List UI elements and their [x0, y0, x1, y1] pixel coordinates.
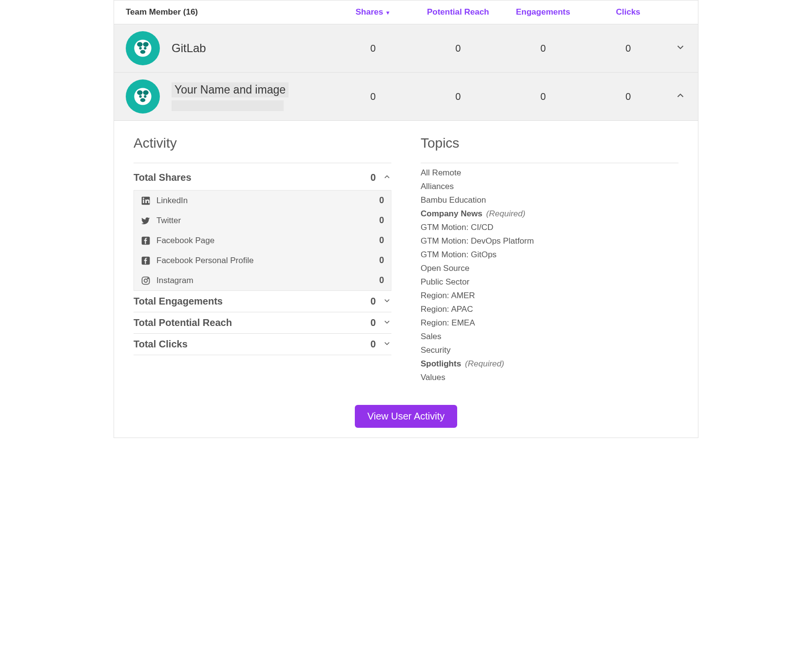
- svg-point-5: [140, 50, 146, 54]
- svg-point-10: [144, 95, 146, 97]
- header-shares[interactable]: Shares▼: [330, 7, 416, 17]
- member-clicks: 0: [586, 43, 671, 54]
- activity-heading: Activity: [134, 135, 391, 151]
- team-member-panel: Team Member (16) Shares▼ Potential Reach…: [114, 0, 698, 438]
- member-name: Your Name and image: [172, 82, 289, 97]
- share-item-linkedin: LinkedIn 0: [134, 191, 391, 210]
- topic-item: Region: EMEA: [421, 318, 678, 328]
- share-item-instagram: Instagram 0: [134, 270, 391, 290]
- topic-item: Bambu Education: [421, 195, 678, 205]
- member-shares: 0: [330, 43, 416, 54]
- topic-item: Sales: [421, 332, 678, 342]
- topic-item: Region: AMER: [421, 291, 678, 301]
- header-potential-reach[interactable]: Potential Reach: [416, 7, 501, 17]
- instagram-icon: [141, 276, 151, 286]
- total-potential-reach-value: 0: [370, 317, 376, 328]
- topic-item: GTM Motion: GitOps: [421, 250, 678, 260]
- svg-point-3: [139, 47, 142, 49]
- expanded-details: Activity Total Shares 0 LinkedIn 0 Twitt…: [114, 121, 698, 402]
- total-potential-reach-row[interactable]: Total Potential Reach 0: [134, 312, 391, 334]
- share-item-facebook-page: Facebook Page 0: [134, 230, 391, 250]
- topic-item: Company News(Required): [421, 209, 678, 219]
- view-user-activity-button[interactable]: View User Activity: [355, 405, 458, 428]
- member-reach: 0: [416, 43, 501, 54]
- total-potential-reach-label: Total Potential Reach: [134, 317, 370, 328]
- topic-item: GTM Motion: DevOps Platform: [421, 236, 678, 246]
- total-clicks-label: Total Clicks: [134, 339, 370, 350]
- member-engagements: 0: [501, 43, 586, 54]
- svg-point-11: [140, 98, 146, 102]
- shares-breakdown: LinkedIn 0 Twitter 0 Facebook Page 0 Fac…: [134, 190, 391, 291]
- member-shares: 0: [330, 91, 416, 102]
- svg-point-9: [139, 95, 142, 97]
- topic-item: Spotlights(Required): [421, 359, 678, 369]
- member-engagements: 0: [501, 91, 586, 102]
- chevron-up-icon[interactable]: [671, 90, 690, 103]
- total-clicks-row[interactable]: Total Clicks 0: [134, 334, 391, 355]
- header-clicks[interactable]: Clicks: [586, 7, 671, 17]
- topics-column: Topics All RemoteAlliancesBambu Educatio…: [421, 135, 678, 382]
- topic-item: Region: APAC: [421, 305, 678, 314]
- header-engagements[interactable]: Engagements: [501, 7, 586, 17]
- member-subtitle-placeholder: [172, 100, 284, 111]
- chevron-down-icon: [383, 296, 391, 307]
- total-engagements-row[interactable]: Total Engagements 0: [134, 291, 391, 312]
- divider: [134, 163, 391, 163]
- member-clicks: 0: [586, 91, 671, 102]
- facebook-icon: [141, 256, 151, 266]
- total-shares-label: Total Shares: [134, 172, 370, 183]
- chevron-down-icon[interactable]: [671, 42, 690, 55]
- total-clicks-value: 0: [370, 339, 376, 350]
- svg-point-6: [134, 88, 151, 105]
- topic-item: Open Source: [421, 264, 678, 273]
- share-item-facebook-profile: Facebook Personal Profile 0: [134, 250, 391, 270]
- chevron-up-icon: [383, 172, 391, 183]
- member-reach: 0: [416, 91, 501, 102]
- total-shares-value: 0: [370, 172, 376, 183]
- svg-point-8: [143, 90, 148, 95]
- svg-point-2: [143, 42, 148, 47]
- svg-point-18: [144, 279, 148, 282]
- member-name: GitLab: [172, 41, 206, 55]
- sort-caret-icon: ▼: [385, 10, 390, 16]
- topic-item: Values: [421, 373, 678, 382]
- chevron-down-icon: [383, 339, 391, 350]
- total-shares-row[interactable]: Total Shares 0: [134, 167, 391, 188]
- svg-point-7: [137, 90, 142, 95]
- topic-item: Security: [421, 345, 678, 355]
- table-header: Team Member (16) Shares▼ Potential Reach…: [114, 0, 698, 24]
- topics-heading: Topics: [421, 135, 678, 151]
- svg-point-4: [144, 47, 146, 49]
- svg-point-1: [137, 42, 142, 47]
- svg-rect-13: [143, 199, 144, 203]
- avatar: [126, 79, 160, 114]
- chevron-down-icon: [383, 318, 391, 328]
- facebook-icon: [141, 236, 151, 246]
- total-engagements-value: 0: [370, 296, 376, 307]
- svg-point-14: [143, 197, 144, 199]
- activity-column: Activity Total Shares 0 LinkedIn 0 Twitt…: [134, 135, 391, 382]
- svg-point-0: [134, 39, 151, 57]
- topic-item: All Remote: [421, 168, 678, 178]
- header-team-member: Team Member (16): [126, 7, 330, 17]
- linkedin-icon: [141, 196, 151, 206]
- topics-list: All RemoteAlliancesBambu EducationCompan…: [421, 163, 678, 382]
- table-row[interactable]: Your Name and image 0 0 0 0: [114, 73, 698, 121]
- share-item-twitter: Twitter 0: [134, 210, 391, 230]
- topic-item: GTM Motion: CI/CD: [421, 223, 678, 232]
- topic-item: Alliances: [421, 182, 678, 191]
- total-engagements-label: Total Engagements: [134, 296, 370, 307]
- svg-point-19: [148, 278, 149, 279]
- table-row[interactable]: GitLab 0 0 0 0: [114, 24, 698, 73]
- avatar: [126, 31, 160, 65]
- topic-item: Public Sector: [421, 277, 678, 287]
- twitter-icon: [141, 216, 151, 226]
